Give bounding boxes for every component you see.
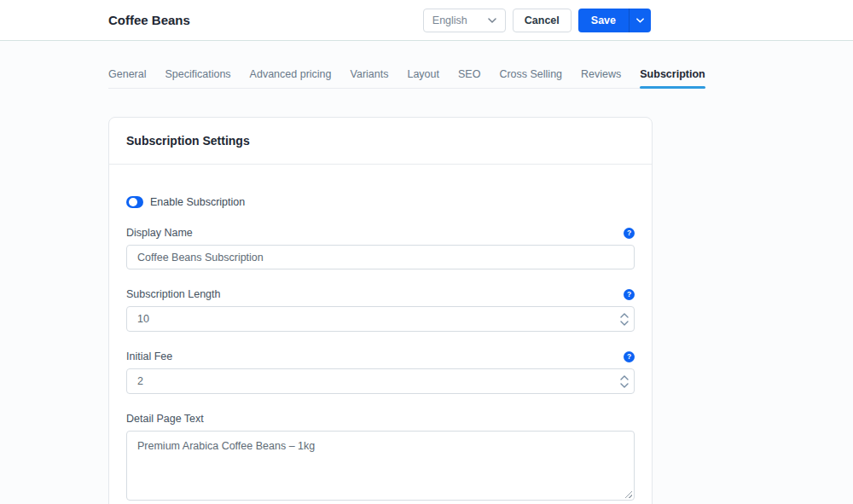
save-button[interactable]: Save [578,9,629,32]
enable-subscription-row: Enable Subscription [126,196,635,208]
header-bar: Coffee Beans English Cancel Save [0,0,853,41]
tab-reviews[interactable]: Reviews [581,68,621,88]
save-dropdown-button[interactable] [629,9,651,32]
display-name-label: Display Name [126,227,193,239]
tab-cross-selling[interactable]: Cross Selling [499,68,562,88]
display-name-field-group: Display Name ? [126,227,635,269]
initial-fee-field-group: Initial Fee ? [126,350,635,394]
stepper-up-button[interactable] [620,375,629,380]
tab-general[interactable]: General [108,68,146,88]
initial-fee-input[interactable] [126,368,635,394]
subscription-length-field-group: Subscription Length ? [126,288,635,332]
chevron-down-icon [488,18,496,23]
detail-page-text-field-group: Detail Page Text Premium Arabica Coffee … [126,413,635,501]
tab-subscription[interactable]: Subscription [640,68,705,88]
cancel-button[interactable]: Cancel [513,9,572,32]
product-tabs: General Specifications Advanced pricing … [108,68,653,89]
tab-layout[interactable]: Layout [407,68,439,88]
tab-seo[interactable]: SEO [458,68,480,88]
card-body: Enable Subscription Display Name ? Subsc… [109,165,652,504]
subscription-length-input[interactable] [126,306,635,332]
tab-variants[interactable]: Variants [351,68,389,88]
subscription-settings-card: Subscription Settings Enable Subscriptio… [108,117,653,504]
number-stepper [620,368,629,394]
language-select[interactable]: English [423,9,506,32]
chevron-down-icon [636,18,644,23]
page-title: Coffee Beans [108,13,190,27]
help-icon[interactable]: ? [624,289,635,300]
toggle-knob [129,198,137,206]
content-column: General Specifications Advanced pricing … [108,68,653,504]
enable-subscription-label: Enable Subscription [150,196,245,208]
tab-specifications[interactable]: Specifications [165,68,230,88]
number-stepper [620,306,629,332]
stepper-down-button[interactable] [620,383,629,388]
detail-page-text-label: Detail Page Text [126,413,204,425]
stepper-down-button[interactable] [620,321,629,326]
header-actions: English Cancel Save [423,9,651,32]
tab-advanced-pricing[interactable]: Advanced pricing [250,68,332,88]
help-icon[interactable]: ? [624,228,635,239]
save-button-group: Save [578,9,651,32]
help-icon[interactable]: ? [624,351,635,362]
language-select-value: English [432,14,467,26]
detail-page-text-textarea[interactable]: Premium Arabica Coffee Beans – 1kg [126,431,635,501]
stepper-up-button[interactable] [620,313,629,318]
enable-subscription-toggle[interactable] [126,196,143,208]
display-name-input[interactable] [126,245,635,269]
subscription-length-label: Subscription Length [126,288,221,300]
initial-fee-label: Initial Fee [126,350,172,362]
card-title: Subscription Settings [126,134,635,148]
card-header: Subscription Settings [109,118,652,165]
